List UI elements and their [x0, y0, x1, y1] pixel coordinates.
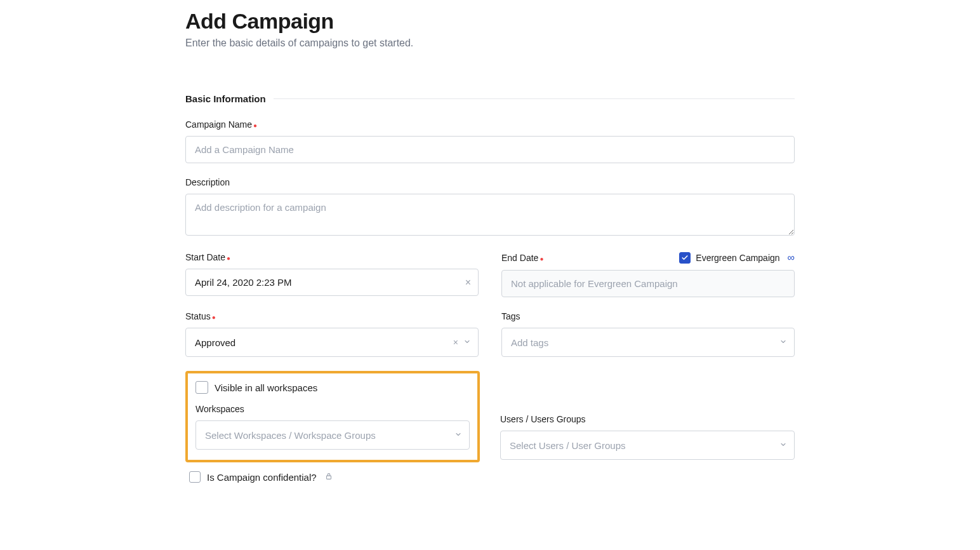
section-label: Basic Information — [185, 93, 266, 104]
description-input[interactable] — [185, 194, 795, 236]
users-groups-label: Users / Users Groups — [500, 414, 795, 424]
required-indicator: ● — [253, 122, 257, 129]
clear-icon[interactable]: × — [453, 337, 458, 347]
divider — [274, 98, 795, 99]
end-date-label: End Date● — [501, 253, 543, 263]
checkbox-icon — [189, 471, 201, 483]
start-date-label: Start Date● — [185, 252, 479, 262]
page-title: Add Campaign — [185, 9, 795, 34]
checkbox-icon — [195, 381, 208, 394]
required-indicator: ● — [212, 314, 216, 321]
end-date-input — [501, 270, 795, 297]
confidential-checkbox[interactable]: Is Campaign confidential? — [185, 471, 795, 483]
tags-select[interactable]: Add tags — [501, 328, 795, 357]
evergreen-checkbox[interactable]: Evergreen Campaign ∞ — [679, 252, 795, 264]
status-select[interactable]: Approved — [185, 328, 479, 357]
visible-all-label: Visible in all workspaces — [215, 382, 317, 393]
section-basic-information: Basic Information — [185, 93, 795, 104]
workspaces-label: Workspaces — [195, 404, 470, 414]
page-subtitle: Enter the basic details of campaigns to … — [185, 37, 795, 49]
tags-label: Tags — [501, 311, 795, 321]
workspaces-select[interactable]: Select Workspaces / Workspace Groups — [195, 420, 470, 450]
start-date-input[interactable] — [185, 269, 479, 296]
clear-icon[interactable]: × — [465, 277, 471, 288]
workspaces-highlighted-section: Visible in all workspaces Workspaces Sel… — [185, 371, 480, 462]
status-label: Status● — [185, 311, 479, 321]
required-indicator: ● — [540, 255, 543, 262]
infinity-icon: ∞ — [788, 252, 795, 264]
description-label: Description — [185, 177, 795, 187]
evergreen-label: Evergreen Campaign — [696, 253, 779, 263]
confidential-label: Is Campaign confidential? — [207, 472, 317, 483]
checkbox-icon — [679, 252, 691, 264]
svg-rect-0 — [326, 476, 331, 479]
campaign-name-label: Campaign Name● — [185, 119, 795, 130]
visible-all-workspaces-checkbox[interactable]: Visible in all workspaces — [195, 381, 470, 394]
users-groups-select[interactable]: Select Users / User Groups — [500, 431, 795, 460]
lock-icon — [324, 472, 333, 483]
campaign-name-input[interactable] — [185, 136, 795, 163]
required-indicator: ● — [227, 255, 230, 262]
